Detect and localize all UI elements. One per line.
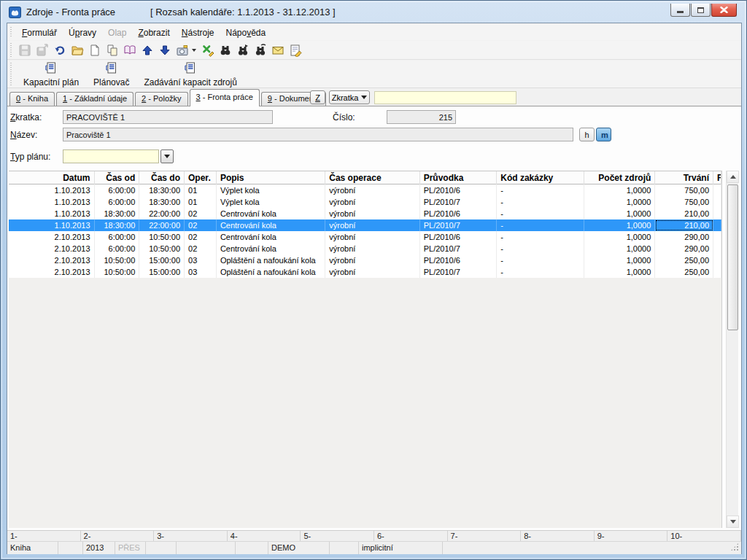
copy-button[interactable] <box>104 42 121 58</box>
cell-kod_zakazky[interactable]: - <box>497 231 584 243</box>
column-header-oper[interactable]: Oper. <box>185 171 217 185</box>
cell-f[interactable] <box>713 196 721 208</box>
cell-pruvodka[interactable]: PL/2010/6 <box>420 184 498 196</box>
column-header-f[interactable]: F <box>713 171 721 185</box>
cell-pruvodka[interactable]: PL/2010/7 <box>420 243 498 254</box>
z-button[interactable]: Z <box>310 90 325 104</box>
cell-cas_do[interactable]: 15:00:00 <box>139 266 185 278</box>
column-header-cas_od[interactable]: Čas od <box>95 171 140 185</box>
cell-datum[interactable]: 2.10.2013 <box>9 254 95 266</box>
cell-f[interactable] <box>713 219 721 231</box>
table-row[interactable]: 2.10.201310:50:0015:00:0003Opláštění a n… <box>9 254 721 266</box>
cell-cas_do[interactable]: 15:00:00 <box>139 254 185 266</box>
cell-oper[interactable]: 02 <box>185 243 217 254</box>
column-header-datum[interactable]: Datum <box>9 171 95 185</box>
column-header-kod_zakazky[interactable]: Kód zakázky <box>497 171 584 185</box>
cell-popis[interactable]: Centrování kola <box>217 231 325 243</box>
find-button[interactable] <box>217 42 234 58</box>
zkratka-field[interactable] <box>63 110 273 124</box>
cell-cas_od[interactable]: 10:50:00 <box>95 254 140 266</box>
cell-oper[interactable]: 02 <box>185 231 217 243</box>
cell-cas_od[interactable]: 6:00:00 <box>95 196 140 208</box>
filter-input[interactable] <box>374 91 516 104</box>
cell-kod_zakazky[interactable]: - <box>497 243 584 254</box>
menu-zobrazit[interactable]: Zobrazit <box>132 26 175 39</box>
cell-pocet_zdroju[interactable]: 1,0000 <box>584 254 656 266</box>
column-header-pruvodka[interactable]: Průvodka <box>420 171 498 185</box>
minutes-button[interactable]: m <box>596 128 611 141</box>
cell-cas_operace[interactable]: výrobní <box>325 266 419 278</box>
cell-cas_operace[interactable]: výrobní <box>325 196 419 208</box>
cell-kod_zakazky[interactable]: - <box>497 219 584 231</box>
find-special-button[interactable] <box>252 42 269 58</box>
zadavani-kapacit-zdroju-button[interactable]: Zadávání kapacit zdrojů <box>136 61 244 87</box>
cell-popis[interactable]: Výplet kola <box>217 184 325 196</box>
cell-datum[interactable]: 2.10.2013 <box>9 243 95 254</box>
cell-f[interactable] <box>713 266 721 278</box>
cell-cas_do[interactable]: 18:30:00 <box>139 184 185 196</box>
cell-pocet_zdroju[interactable]: 1,0000 <box>584 266 656 278</box>
cell-popis[interactable]: Opláštění a nafoukání kola <box>217 254 325 266</box>
cell-cas_od[interactable]: 10:50:00 <box>95 266 140 278</box>
cell-popis[interactable]: Centrování kola <box>217 243 325 254</box>
edit-notes-button[interactable] <box>287 42 304 58</box>
column-header-popis[interactable]: Popis <box>217 171 325 185</box>
cell-kod_zakazky[interactable]: - <box>497 196 584 208</box>
cell-popis[interactable]: Opláštění a nafoukání kola <box>217 266 325 278</box>
cell-f[interactable] <box>713 231 721 243</box>
cell-trvani[interactable]: 290,00 <box>655 231 713 243</box>
cell-cas_do[interactable]: 22:00:00 <box>139 208 185 219</box>
toolbar-grip[interactable] <box>9 27 13 38</box>
cell-kod_zakazky[interactable]: - <box>497 184 584 196</box>
cell-cas_operace[interactable]: výrobní <box>325 254 419 266</box>
cell-oper[interactable]: 03 <box>185 254 217 266</box>
cell-cas_do[interactable]: 10:50:00 <box>139 231 185 243</box>
cell-pocet_zdroju[interactable]: 1,0000 <box>584 184 656 196</box>
cell-trvani[interactable]: 210,00 <box>655 219 713 231</box>
new-document-button[interactable] <box>86 42 104 58</box>
filter-column-button[interactable]: Zkratka <box>329 90 370 104</box>
cell-popis[interactable]: Centrování kola <box>217 208 325 219</box>
cell-cas_operace[interactable]: výrobní <box>325 184 419 196</box>
cell-f[interactable] <box>713 208 721 219</box>
cell-cas_operace[interactable]: výrobní <box>325 219 419 231</box>
arrow-down-button[interactable] <box>156 42 174 58</box>
table-row[interactable]: 1.10.201318:30:0022:00:0002Centrování ko… <box>9 219 721 231</box>
cislo-field[interactable] <box>387 110 456 124</box>
cell-datum[interactable]: 1.10.2013 <box>9 196 95 208</box>
cell-cas_od[interactable]: 18:30:00 <box>95 208 140 219</box>
cell-trvani[interactable]: 250,00 <box>655 266 713 278</box>
camera-button[interactable] <box>174 42 191 58</box>
scroll-up-button[interactable] <box>727 171 739 183</box>
table-row[interactable]: 2.10.20136:00:0010:50:0002Centrování kol… <box>9 231 721 243</box>
cell-cas_od[interactable]: 6:00:00 <box>95 243 140 254</box>
cell-pocet_zdroju[interactable]: 1,0000 <box>584 196 656 208</box>
cell-trvani[interactable]: 750,00 <box>655 184 713 196</box>
arrow-up-button[interactable] <box>139 42 156 58</box>
cell-datum[interactable]: 1.10.2013 <box>9 219 95 231</box>
cell-kod_zakazky[interactable]: - <box>497 254 584 266</box>
cell-oper[interactable]: 01 <box>185 184 217 196</box>
cell-pocet_zdroju[interactable]: 1,0000 <box>584 208 656 219</box>
table-row[interactable]: 2.10.20136:00:0010:50:0002Centrování kol… <box>9 243 721 254</box>
scrollbar-thumb[interactable] <box>727 184 738 330</box>
cell-trvani[interactable]: 250,00 <box>655 254 713 266</box>
menu-upravy[interactable]: Úpravy <box>63 26 102 39</box>
cell-cas_od[interactable]: 18:30:00 <box>95 219 140 231</box>
undo-button[interactable] <box>51 42 69 58</box>
cell-pruvodka[interactable]: PL/2010/7 <box>420 266 498 278</box>
cell-f[interactable] <box>713 184 721 196</box>
restore-button[interactable] <box>691 4 711 17</box>
tab-2-polozky[interactable]: 2 - Položky <box>135 92 187 106</box>
planovac-button[interactable]: Plánovač <box>86 61 136 87</box>
hours-button[interactable]: h <box>579 128 595 141</box>
column-header-pocet_zdroju[interactable]: Počet zdrojů <box>584 171 656 185</box>
cell-trvani[interactable]: 210,00 <box>655 208 713 219</box>
cell-cas_operace[interactable]: výrobní <box>325 231 419 243</box>
mail-button[interactable] <box>269 42 287 58</box>
column-header-cas_do[interactable]: Čas do <box>139 171 185 185</box>
cell-cas_do[interactable]: 10:50:00 <box>139 243 185 254</box>
cell-cas_operace[interactable]: výrobní <box>325 208 419 219</box>
close-button[interactable] <box>711 4 737 17</box>
cell-cas_do[interactable]: 22:00:00 <box>139 219 185 231</box>
